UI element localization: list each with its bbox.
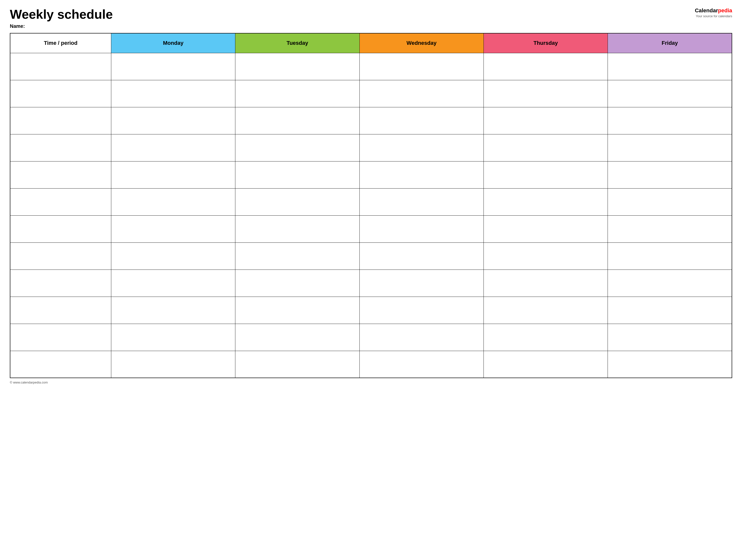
schedule-cell[interactable] bbox=[483, 242, 607, 270]
schedule-cell[interactable] bbox=[608, 80, 732, 107]
table-header-row: Time / period Monday Tuesday Wednesday T… bbox=[10, 33, 732, 53]
schedule-cell[interactable] bbox=[235, 351, 360, 378]
schedule-cell[interactable] bbox=[360, 161, 483, 188]
schedule-cell[interactable] bbox=[235, 107, 360, 134]
schedule-cell[interactable] bbox=[483, 161, 607, 188]
schedule-cell[interactable] bbox=[608, 107, 732, 134]
schedule-cell[interactable] bbox=[483, 324, 607, 351]
schedule-cell[interactable] bbox=[360, 297, 483, 324]
schedule-cell[interactable] bbox=[235, 53, 360, 80]
time-cell[interactable] bbox=[10, 53, 111, 80]
table-row bbox=[10, 270, 732, 297]
schedule-cell[interactable] bbox=[608, 297, 732, 324]
time-cell[interactable] bbox=[10, 107, 111, 134]
schedule-cell[interactable] bbox=[111, 351, 235, 378]
schedule-cell[interactable] bbox=[235, 188, 360, 215]
schedule-cell[interactable] bbox=[235, 270, 360, 297]
schedule-cell[interactable] bbox=[608, 324, 732, 351]
col-header-friday: Friday bbox=[608, 33, 732, 53]
schedule-cell[interactable] bbox=[235, 215, 360, 242]
col-header-time: Time / period bbox=[10, 33, 111, 53]
schedule-cell[interactable] bbox=[111, 80, 235, 107]
time-cell[interactable] bbox=[10, 270, 111, 297]
schedule-cell[interactable] bbox=[111, 215, 235, 242]
schedule-cell[interactable] bbox=[360, 351, 483, 378]
table-row bbox=[10, 215, 732, 242]
col-header-monday: Monday bbox=[111, 33, 235, 53]
schedule-cell[interactable] bbox=[483, 215, 607, 242]
time-cell[interactable] bbox=[10, 80, 111, 107]
time-cell[interactable] bbox=[10, 134, 111, 161]
time-cell[interactable] bbox=[10, 215, 111, 242]
schedule-cell[interactable] bbox=[483, 351, 607, 378]
schedule-cell[interactable] bbox=[235, 242, 360, 270]
schedule-cell[interactable] bbox=[235, 324, 360, 351]
schedule-tbody bbox=[10, 53, 732, 378]
schedule-cell[interactable] bbox=[111, 134, 235, 161]
logo-section: Calendarpedia Your source for calendars bbox=[695, 7, 732, 18]
footer: © www.calendarpedia.com bbox=[10, 381, 732, 384]
schedule-cell[interactable] bbox=[483, 188, 607, 215]
schedule-cell[interactable] bbox=[483, 134, 607, 161]
schedule-cell[interactable] bbox=[608, 270, 732, 297]
time-cell[interactable] bbox=[10, 351, 111, 378]
table-row bbox=[10, 161, 732, 188]
table-row bbox=[10, 297, 732, 324]
schedule-cell[interactable] bbox=[608, 134, 732, 161]
schedule-cell[interactable] bbox=[608, 188, 732, 215]
time-cell[interactable] bbox=[10, 297, 111, 324]
schedule-cell[interactable] bbox=[360, 270, 483, 297]
schedule-table: Time / period Monday Tuesday Wednesday T… bbox=[10, 33, 732, 378]
table-row bbox=[10, 242, 732, 270]
schedule-cell[interactable] bbox=[483, 270, 607, 297]
time-cell[interactable] bbox=[10, 242, 111, 270]
schedule-cell[interactable] bbox=[235, 80, 360, 107]
schedule-cell[interactable] bbox=[483, 297, 607, 324]
schedule-cell[interactable] bbox=[111, 188, 235, 215]
schedule-cell[interactable] bbox=[360, 134, 483, 161]
schedule-cell[interactable] bbox=[608, 53, 732, 80]
col-header-wednesday: Wednesday bbox=[360, 33, 483, 53]
page-title: Weekly schedule bbox=[10, 7, 690, 21]
table-row bbox=[10, 80, 732, 107]
schedule-cell[interactable] bbox=[360, 242, 483, 270]
schedule-cell[interactable] bbox=[608, 242, 732, 270]
table-row bbox=[10, 134, 732, 161]
table-row bbox=[10, 188, 732, 215]
table-row bbox=[10, 53, 732, 80]
logo-calendar-part: Calendar bbox=[695, 7, 718, 13]
time-cell[interactable] bbox=[10, 161, 111, 188]
schedule-cell[interactable] bbox=[483, 80, 607, 107]
table-row bbox=[10, 351, 732, 378]
schedule-cell[interactable] bbox=[235, 134, 360, 161]
schedule-cell[interactable] bbox=[360, 80, 483, 107]
schedule-cell[interactable] bbox=[111, 242, 235, 270]
schedule-cell[interactable] bbox=[111, 161, 235, 188]
schedule-cell[interactable] bbox=[111, 107, 235, 134]
table-row bbox=[10, 107, 732, 134]
schedule-cell[interactable] bbox=[483, 107, 607, 134]
time-cell[interactable] bbox=[10, 188, 111, 215]
schedule-cell[interactable] bbox=[360, 324, 483, 351]
header: Weekly schedule Name: Calendarpedia Your… bbox=[10, 7, 732, 29]
schedule-cell[interactable] bbox=[235, 161, 360, 188]
time-cell[interactable] bbox=[10, 324, 111, 351]
schedule-cell[interactable] bbox=[360, 188, 483, 215]
schedule-cell[interactable] bbox=[360, 53, 483, 80]
schedule-cell[interactable] bbox=[360, 215, 483, 242]
schedule-cell[interactable] bbox=[608, 351, 732, 378]
schedule-cell[interactable] bbox=[360, 107, 483, 134]
schedule-cell[interactable] bbox=[111, 297, 235, 324]
table-row bbox=[10, 324, 732, 351]
schedule-cell[interactable] bbox=[111, 270, 235, 297]
name-label: Name: bbox=[10, 23, 690, 29]
schedule-cell[interactable] bbox=[483, 53, 607, 80]
schedule-cell[interactable] bbox=[111, 324, 235, 351]
schedule-cell[interactable] bbox=[111, 53, 235, 80]
schedule-cell[interactable] bbox=[608, 215, 732, 242]
footer-url: © www.calendarpedia.com bbox=[10, 381, 48, 384]
schedule-cell[interactable] bbox=[608, 161, 732, 188]
schedule-cell[interactable] bbox=[235, 297, 360, 324]
logo-pedia-part: pedia bbox=[718, 7, 732, 13]
title-section: Weekly schedule Name: bbox=[10, 7, 690, 29]
